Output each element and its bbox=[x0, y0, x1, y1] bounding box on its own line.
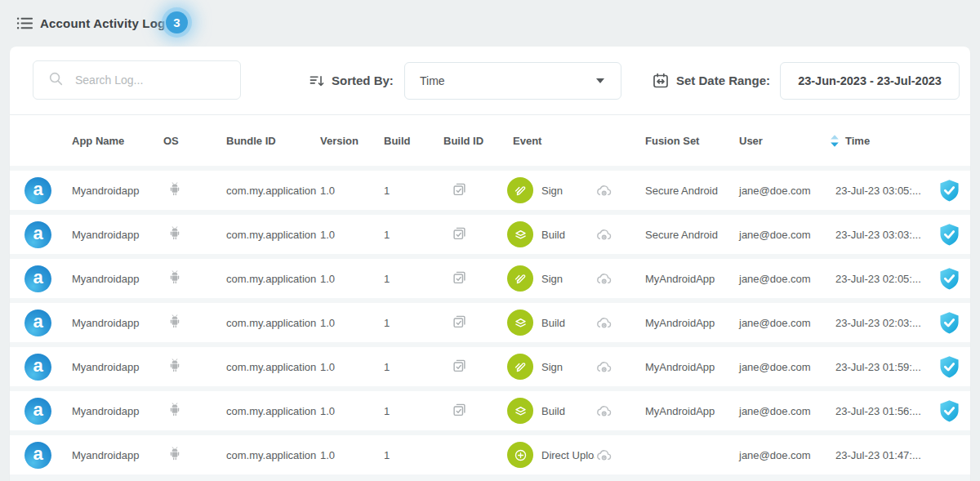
time-cell: 23-Jul-23 02:03:... bbox=[826, 317, 928, 329]
build-cell: 1 bbox=[382, 229, 442, 241]
verified-shield-icon bbox=[938, 222, 961, 247]
version-cell: 1.0 bbox=[318, 405, 382, 417]
bundle-id-cell: com.my.application bbox=[226, 185, 318, 197]
coachmark-step-badge: 3 bbox=[166, 11, 188, 33]
sort-by-dropdown[interactable]: Time bbox=[404, 62, 621, 100]
table-row[interactable]: a Myandroidapp com.my.application 1.0 1 bbox=[10, 171, 970, 210]
bundle-id-cell: com.my.application bbox=[226, 361, 318, 373]
list-icon[interactable] bbox=[16, 16, 33, 34]
direct-upload-icon bbox=[507, 442, 533, 468]
column-header-time[interactable]: Time bbox=[826, 134, 928, 148]
verified-shield-icon bbox=[938, 178, 961, 203]
app-name-cell: Myandroidapp bbox=[72, 273, 163, 285]
cloud-preview-icon[interactable] bbox=[595, 446, 614, 464]
app-name-cell: Myandroidapp bbox=[72, 317, 163, 329]
time-header-label: Time bbox=[845, 135, 870, 147]
cloud-preview-icon[interactable] bbox=[595, 314, 614, 332]
android-icon bbox=[163, 314, 226, 332]
table-row[interactable]: a Myandroidapp com.my.application 1.0 1 bbox=[10, 303, 970, 342]
column-header-event: Event bbox=[503, 135, 595, 147]
search-input[interactable] bbox=[75, 73, 222, 87]
sign-icon bbox=[507, 265, 533, 292]
copy-build-id-icon[interactable] bbox=[451, 357, 468, 374]
sort-icon bbox=[309, 73, 324, 92]
cloud-preview-icon[interactable] bbox=[595, 225, 614, 243]
app-name-cell: Myandroidapp bbox=[72, 405, 163, 417]
app-icon: a bbox=[24, 398, 51, 425]
version-cell: 1.0 bbox=[318, 229, 382, 241]
table-header-row: App Name OS Bundle ID Version Build Buil… bbox=[10, 115, 970, 166]
fusion-set-cell: Secure Android bbox=[635, 229, 737, 241]
version-cell: 1.0 bbox=[318, 361, 382, 373]
copy-build-id-icon[interactable] bbox=[451, 401, 468, 418]
build-icon bbox=[507, 310, 533, 336]
android-icon bbox=[163, 358, 226, 376]
event-label: Build bbox=[541, 229, 565, 241]
table-row[interactable]: a Myandroidapp com.my.application 1.0 1 bbox=[10, 347, 970, 386]
fusion-set-cell: MyAndroidApp bbox=[635, 361, 737, 373]
bundle-id-cell: com.my.application bbox=[226, 229, 318, 241]
version-cell: 1.0 bbox=[318, 317, 382, 329]
column-header-build: Build bbox=[382, 135, 442, 147]
app-icon: a bbox=[24, 177, 51, 204]
caret-down-icon bbox=[596, 78, 604, 83]
time-cell: 23-Jul-23 03:05:... bbox=[826, 185, 928, 197]
time-sort-icon[interactable] bbox=[830, 134, 840, 148]
build-cell: 1 bbox=[382, 361, 442, 373]
search-icon bbox=[48, 71, 64, 90]
bundle-id-cell: com.my.application bbox=[226, 273, 318, 285]
fusion-set-cell: MyAndroidApp bbox=[635, 273, 737, 285]
android-icon bbox=[163, 446, 226, 464]
user-cell: jane@doe.com bbox=[737, 449, 826, 461]
cloud-preview-icon[interactable] bbox=[595, 269, 614, 287]
copy-build-id-icon[interactable] bbox=[451, 225, 468, 242]
app-name-cell: Myandroidapp bbox=[72, 361, 163, 373]
copy-build-id-icon[interactable] bbox=[451, 269, 468, 286]
time-cell: 23-Jul-23 03:03:... bbox=[826, 229, 928, 241]
table-row[interactable]: a Myandroidapp com.my.application 1.0 1 bbox=[10, 215, 970, 254]
verified-shield-icon bbox=[938, 310, 961, 336]
user-cell: jane@doe.com bbox=[737, 361, 826, 373]
build-cell: 1 bbox=[382, 449, 442, 461]
sign-icon bbox=[507, 177, 533, 203]
user-cell: jane@doe.com bbox=[737, 405, 826, 417]
date-range-input[interactable]: 23-Jun-2023 - 23-Jul-2023 bbox=[780, 62, 960, 100]
verified-shield-icon bbox=[938, 399, 961, 424]
date-range-label: Set Date Range: bbox=[676, 73, 770, 87]
bundle-id-cell: com.my.application bbox=[226, 405, 318, 417]
build-cell: 1 bbox=[382, 273, 442, 285]
column-header-app-name: App Name bbox=[72, 135, 163, 147]
version-cell: 1.0 bbox=[318, 185, 382, 197]
app-icon: a bbox=[24, 265, 51, 292]
copy-build-id-icon[interactable] bbox=[451, 180, 468, 198]
table-row[interactable]: a Myandroidapp com.my.application 1.0 1 bbox=[10, 391, 970, 430]
log-toolbar: Sorted By: Time Set Date Range: 23-Jun-2… bbox=[10, 47, 970, 115]
user-cell: jane@doe.com bbox=[737, 229, 826, 241]
verified-shield-icon bbox=[938, 266, 961, 292]
event-label: Sign bbox=[541, 361, 563, 373]
table-row[interactable]: a Myandroidapp com.my.application 1.0 1 bbox=[10, 259, 970, 298]
table-row[interactable]: a Myandroidapp com.my.application 1.0 1 bbox=[10, 435, 970, 474]
time-cell: 23-Jul-23 01:47:... bbox=[826, 449, 928, 461]
user-cell: jane@doe.com bbox=[737, 273, 826, 285]
android-icon bbox=[163, 269, 226, 287]
version-cell: 1.0 bbox=[318, 449, 382, 461]
app-name-cell: Myandroidapp bbox=[72, 229, 163, 241]
app-icon: a bbox=[24, 442, 51, 469]
page-title: Account Activity Log bbox=[40, 16, 165, 30]
copy-build-id-icon[interactable] bbox=[451, 313, 468, 330]
cloud-preview-icon[interactable] bbox=[595, 181, 614, 199]
time-cell: 23-Jul-23 01:56:... bbox=[826, 405, 928, 417]
cloud-preview-icon[interactable] bbox=[595, 358, 614, 376]
column-header-bundle-id: Bundle ID bbox=[226, 135, 318, 147]
cloud-preview-icon[interactable] bbox=[595, 402, 614, 420]
build-cell: 1 bbox=[382, 317, 442, 329]
activity-log-card: Sorted By: Time Set Date Range: 23-Jun-2… bbox=[10, 47, 970, 481]
user-cell: jane@doe.com bbox=[737, 185, 826, 197]
build-icon bbox=[507, 221, 533, 247]
app-icon: a bbox=[24, 221, 51, 248]
search-box[interactable] bbox=[33, 60, 241, 100]
sorted-by-label: Sorted By: bbox=[332, 73, 394, 87]
app-name-cell: Myandroidapp bbox=[72, 185, 163, 197]
column-header-user: User bbox=[737, 135, 826, 147]
